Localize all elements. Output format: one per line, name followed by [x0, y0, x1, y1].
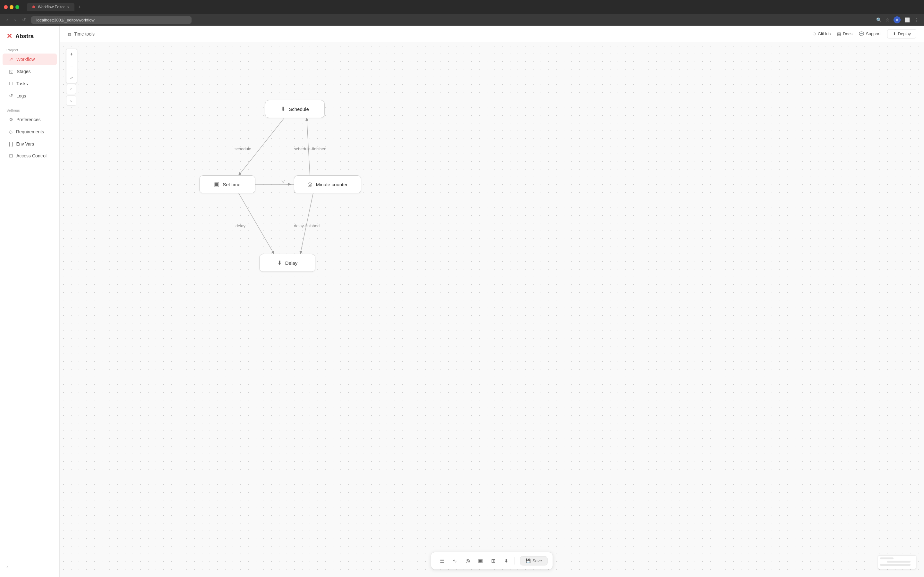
deploy-button[interactable]: ⬆ Deploy [887, 29, 916, 39]
zoom-controls: + − ⤢ [66, 49, 77, 83]
delay-node-label: Delay [285, 260, 297, 266]
access-control-label: Access Control [16, 153, 47, 158]
requirements-label: Requirements [16, 129, 44, 134]
docs-link[interactable]: ▤ Docs [837, 31, 853, 36]
logs-icon: ↺ [9, 93, 13, 99]
bookmark-icon[interactable]: ☆ [885, 17, 890, 23]
undo-button[interactable]: ○ [66, 84, 76, 94]
profile-icon[interactable]: A [893, 16, 901, 23]
app: ✕ Abstra Project ↗ Workflow ◱ Stages ☐ T… [0, 26, 924, 577]
env-vars-icon: [ ] [9, 141, 13, 147]
support-link[interactable]: 💬 Support [859, 31, 881, 36]
sidebar-item-stages[interactable]: ◱ Stages [3, 66, 57, 77]
close-button[interactable] [4, 5, 8, 9]
time-tools-icon: ▦ [67, 31, 71, 37]
access-control-icon: ⊡ [9, 153, 13, 159]
connect-icon: ∿ [453, 558, 457, 564]
tasks-icon: ☐ [9, 81, 13, 87]
set-time-node[interactable]: ▣ Set time [199, 175, 255, 193]
sidebar-item-requirements[interactable]: ◇ Requirements [3, 126, 57, 137]
address-bar-row: ‹ › ↺ localhost:3001/_editor/workflow 🔍 … [0, 14, 924, 26]
save-label: Save [533, 558, 542, 563]
zoom-out-button[interactable]: − [66, 61, 77, 71]
fit-view-button[interactable]: ⤢ [66, 73, 77, 83]
minute-counter-node-icon: ◎ [307, 181, 312, 188]
logs-label: Logs [16, 93, 26, 98]
nav-forward-button[interactable]: › [13, 16, 17, 24]
zoom-divider-2 [66, 72, 77, 72]
preferences-icon: ⚙ [9, 117, 13, 122]
menu-icon[interactable]: ⋮ [914, 17, 919, 23]
mini-map-line-2 [887, 561, 911, 562]
save-button[interactable]: 💾 Save [520, 556, 548, 566]
minimize-button[interactable] [10, 5, 13, 9]
nav-back-button[interactable]: ‹ [5, 16, 9, 24]
toolbar-connect-button[interactable]: ∿ [449, 555, 461, 566]
table-icon: ▣ [478, 558, 483, 564]
toolbar-divider [515, 557, 515, 564]
logo-text: Abstra [15, 33, 34, 40]
canvas-background [60, 42, 924, 577]
mini-map-line-3 [880, 564, 911, 566]
traffic-lights [4, 5, 19, 9]
delay-node[interactable]: ⬇ Delay [259, 254, 315, 272]
stages-label: Stages [17, 69, 31, 74]
toolbar-timer-button[interactable]: ◎ [462, 555, 473, 566]
tab-close-button[interactable]: × [67, 5, 69, 9]
mini-map [878, 555, 916, 569]
extra-controls: ○ ○ [66, 84, 76, 106]
browser-actions: 🔍 ☆ A ⬜ ⋮ [876, 16, 919, 23]
delay-node-icon: ⬇ [277, 259, 282, 266]
extensions-icon[interactable]: ⬜ [905, 17, 910, 23]
sidebar-item-logs[interactable]: ↺ Logs [3, 90, 57, 102]
logo: ✕ Abstra [0, 31, 59, 45]
sidebar-item-preferences[interactable]: ⚙ Preferences [3, 114, 57, 125]
redo-button[interactable]: ○ [66, 95, 76, 106]
main-content: ▦ Time tools ⊙ GitHub ▤ Docs 💬 Support ⬆ [60, 26, 924, 577]
toolbar-list-button[interactable]: ☰ [436, 555, 448, 566]
tasks-label: Tasks [16, 81, 28, 86]
sidebar-item-tasks[interactable]: ☐ Tasks [3, 78, 57, 89]
sidebar-item-access-control[interactable]: ⊡ Access Control [3, 150, 57, 161]
sidebar-item-workflow[interactable]: ↗ Workflow [3, 53, 57, 65]
address-input[interactable]: localhost:3001/_editor/workflow [31, 16, 192, 24]
collapse-sidebar-button[interactable]: ‹ [6, 564, 53, 569]
header-right: ⊙ GitHub ▤ Docs 💬 Support ⬆ Deploy [813, 29, 916, 39]
toolbar-grid-button[interactable]: ⊞ [488, 555, 499, 566]
github-link[interactable]: ⊙ GitHub [813, 31, 830, 36]
env-vars-label: Env Vars [16, 141, 34, 147]
toolbar-table-button[interactable]: ▣ [475, 555, 486, 566]
logo-icon: ✕ [6, 32, 12, 40]
maximize-button[interactable] [15, 5, 19, 9]
toolbar-download-button[interactable]: ⬇ [501, 555, 512, 566]
workflow-canvas[interactable]: + − ⤢ ○ ○ [60, 42, 924, 577]
zoom-in-button[interactable]: + [66, 49, 77, 59]
list-icon: ☰ [440, 558, 444, 564]
workflow-label: Workflow [16, 57, 35, 62]
requirements-icon: ◇ [9, 129, 13, 135]
schedule-node[interactable]: ⬇ Schedule [265, 100, 325, 118]
minute-counter-node-label: Minute counter [316, 182, 347, 187]
sidebar-bottom: ‹ [0, 562, 59, 572]
project-section-label: Project [0, 45, 59, 53]
stages-icon: ◱ [9, 69, 13, 74]
sidebar-item-env-vars[interactable]: [ ] Env Vars [3, 138, 57, 149]
zoom-divider [66, 60, 77, 60]
schedule-node-icon: ⬇ [281, 105, 286, 113]
nav-refresh-button[interactable]: ↺ [21, 16, 27, 24]
search-icon[interactable]: 🔍 [876, 17, 882, 23]
settings-section-label: Settings [0, 106, 59, 113]
docs-icon: ▤ [837, 31, 841, 36]
time-tools-label: Time tools [74, 31, 95, 37]
tab-icon: ✱ [32, 5, 35, 9]
bottom-toolbar: ☰ ∿ ◎ ▣ ⊞ ⬇ 💾 [431, 552, 553, 569]
browser-tab[interactable]: ✱ Workflow Editor × [27, 3, 74, 11]
header-left: ▦ Time tools [67, 31, 95, 37]
mini-map-line-1 [880, 558, 893, 559]
new-tab-button[interactable]: + [78, 4, 81, 10]
set-time-node-label: Set time [223, 182, 240, 187]
workflow-icon: ↗ [9, 56, 13, 62]
save-icon: 💾 [525, 558, 531, 563]
preferences-label: Preferences [16, 117, 40, 122]
minute-counter-node[interactable]: ◎ Minute counter [294, 175, 361, 193]
